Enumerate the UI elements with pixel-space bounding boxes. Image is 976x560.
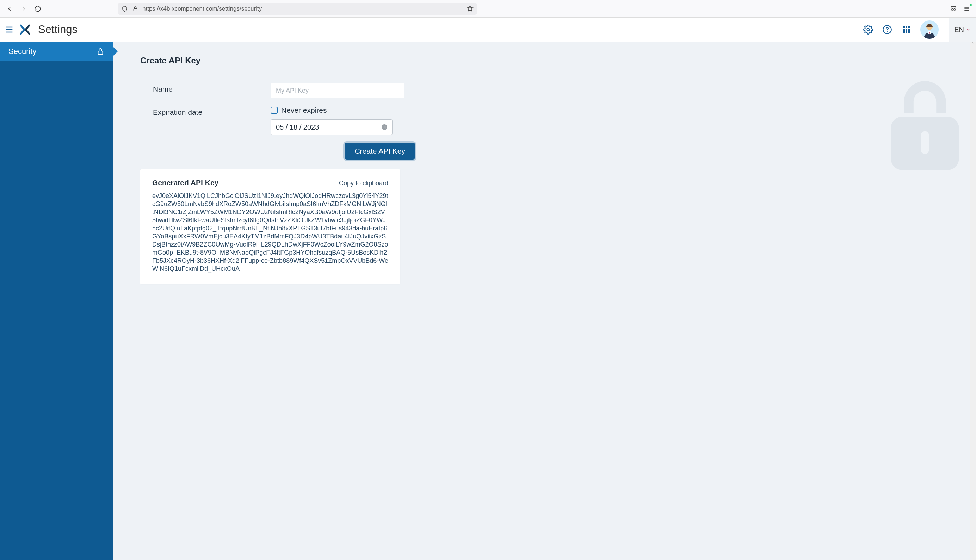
scrollbar[interactable]: [970, 42, 976, 560]
svg-rect-4: [903, 27, 905, 28]
chevron-down-icon: [966, 27, 970, 32]
sidebar-item-label: Security: [8, 47, 36, 56]
apps-grid-icon[interactable]: [901, 25, 911, 35]
app-header: Settings EN: [0, 18, 976, 42]
svg-rect-8: [906, 29, 907, 31]
generated-key-card: Generated API Key Copy to clipboard eyJ0…: [140, 169, 400, 284]
user-avatar[interactable]: [920, 20, 939, 39]
svg-rect-9: [908, 29, 910, 31]
sidebar: Security: [0, 42, 113, 560]
page-title: Settings: [38, 23, 77, 36]
svg-rect-10: [903, 31, 905, 33]
bookmark-star-icon[interactable]: [467, 5, 474, 12]
date-value: 05 / 18 / 2023: [276, 123, 319, 132]
pocket-icon[interactable]: [950, 5, 957, 12]
copy-to-clipboard-link[interactable]: Copy to clipboard: [339, 180, 388, 187]
svg-point-3: [887, 31, 888, 32]
menu-toggle-button[interactable]: [4, 25, 14, 35]
lock-icon: [132, 5, 139, 12]
svg-rect-5: [906, 27, 907, 28]
shield-icon: [121, 5, 128, 12]
notification-dot-icon: [970, 4, 972, 6]
expiration-date-input[interactable]: 05 / 18 / 2023 ✕: [270, 119, 392, 135]
svg-rect-0: [133, 8, 137, 11]
svg-rect-12: [908, 31, 910, 33]
browser-toolbar: https://x4b.xcomponent.com/settings/secu…: [0, 0, 976, 18]
sidebar-item-security[interactable]: Security: [0, 42, 113, 61]
app-logo-icon: [19, 23, 31, 35]
browser-menu-icon[interactable]: [963, 5, 970, 12]
divider: [140, 72, 949, 72]
svg-rect-6: [908, 27, 910, 28]
svg-rect-15: [98, 51, 103, 54]
url-text: https://x4b.xcomponent.com/settings/secu…: [142, 5, 463, 12]
svg-point-1: [867, 28, 869, 31]
clear-date-icon[interactable]: ✕: [382, 124, 387, 130]
settings-gear-icon[interactable]: [863, 25, 873, 35]
back-button[interactable]: [6, 5, 13, 13]
generated-key-title: Generated API Key: [152, 178, 219, 187]
never-expires-checkbox[interactable]: [270, 107, 278, 114]
section-title: Create API Key: [140, 56, 949, 65]
never-expires-label: Never expires: [281, 106, 327, 115]
svg-rect-7: [903, 29, 905, 31]
name-input[interactable]: [270, 83, 404, 98]
forward-button[interactable]: [20, 5, 27, 13]
help-icon[interactable]: [882, 25, 892, 35]
create-api-key-button[interactable]: Create API Key: [345, 143, 415, 160]
main-content: Create API Key Name Expiration date Neve…: [113, 42, 976, 560]
language-selector[interactable]: EN: [949, 18, 976, 42]
name-label: Name: [140, 83, 270, 93]
language-label: EN: [954, 26, 964, 34]
svg-rect-11: [906, 31, 907, 33]
generated-key-value: eyJ0eXAiOiJKV1QiLCJhbGciOiJSUzI1NiJ9.eyJ…: [152, 192, 388, 273]
lock-icon: [97, 48, 104, 55]
reload-button[interactable]: [34, 5, 42, 13]
address-bar[interactable]: https://x4b.xcomponent.com/settings/secu…: [118, 3, 477, 15]
expiration-label: Expiration date: [140, 106, 270, 117]
